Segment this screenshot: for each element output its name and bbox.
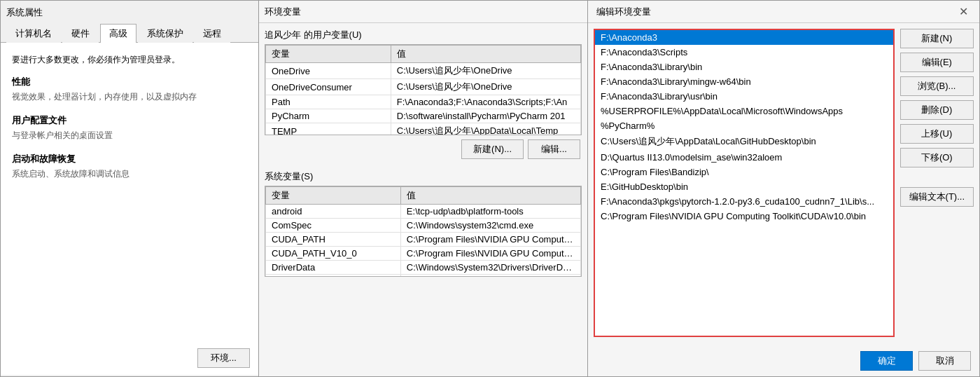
sys-props-footer: 环境... bbox=[197, 348, 250, 368]
tab-advanced[interactable]: 高级 bbox=[100, 24, 136, 43]
side-btn-2[interactable]: 浏览(B)... bbox=[900, 76, 974, 96]
user-col-var: 变量 bbox=[266, 46, 391, 63]
tabs-bar: 计算机名 硬件 高级 系统保护 远程 bbox=[1, 23, 258, 43]
table-row[interactable]: OneDriveC:\Users\追风少年\OneDrive bbox=[266, 63, 581, 79]
side-btn-5[interactable]: 下移(O) bbox=[900, 148, 974, 167]
edit-footer: 确定取消 bbox=[860, 351, 971, 371]
table-row[interactable]: ComSpecC:\Windows\system32\cmd.exe bbox=[266, 219, 581, 233]
list-item[interactable]: F:\Anaconda3\pkgs\pytorch-1.2.0-py3.6_cu… bbox=[595, 194, 893, 209]
table-row[interactable]: NUMBER_OF_PROCESSORS8 bbox=[266, 275, 581, 277]
section-performance-desc: 视觉效果，处理器计划，内存使用，以及虚拟内存 bbox=[12, 91, 247, 103]
var-name: DriverData bbox=[266, 261, 401, 275]
side-btn-0[interactable]: 新建(N) bbox=[900, 29, 974, 48]
edit-body: F:\Anaconda3F:\Anaconda3\ScriptsF:\Anaco… bbox=[588, 23, 979, 343]
var-value: E:\tcp-udp\adb\platform-tools bbox=[400, 205, 580, 219]
var-value: C:\Windows\system32\cmd.exe bbox=[400, 219, 580, 233]
env-titlebar: 环境变量 bbox=[259, 1, 587, 23]
tab-computer-name[interactable]: 计算机名 bbox=[6, 24, 61, 43]
tab-hardware[interactable]: 硬件 bbox=[62, 24, 99, 43]
list-item[interactable]: %USERPROFILE%\AppData\Local\Microsoft\Wi… bbox=[595, 104, 893, 118]
tab-remote[interactable]: 远程 bbox=[194, 24, 230, 43]
tab-system-protection[interactable]: 系统保护 bbox=[138, 24, 192, 43]
sys-col-var: 变量 bbox=[266, 187, 401, 205]
section-user-profile: 用户配置文件 与登录帐户相关的桌面设置 bbox=[12, 114, 247, 142]
side-btn-6[interactable]: 编辑文本(T)... bbox=[900, 187, 974, 207]
list-item[interactable]: %PyCharm% bbox=[595, 118, 893, 133]
close-button[interactable]: ✕ bbox=[956, 5, 971, 18]
sys-props-title: 系统属性 bbox=[6, 6, 43, 19]
list-item[interactable]: F:\Anaconda3\Library\mingw-w64\bin bbox=[595, 74, 893, 89]
sys-vars-label: 系统变量(S) bbox=[265, 170, 582, 183]
var-value: C:\Windows\System32\Drivers\DriverData bbox=[400, 261, 580, 275]
var-name: Path bbox=[266, 95, 391, 109]
list-item[interactable]: F:\Anaconda3 bbox=[595, 30, 893, 45]
var-name: PyCharm bbox=[266, 109, 391, 123]
var-name: CUDA_PATH bbox=[266, 233, 401, 247]
user-vars-table-wrap: 变量 值 OneDriveC:\Users\追风少年\OneDriveOneDr… bbox=[265, 44, 582, 135]
side-btn-3[interactable]: 删除(D) bbox=[900, 100, 974, 120]
var-value: C:\Users\追风少年\AppData\Local\Temp bbox=[391, 123, 580, 136]
list-item[interactable]: C:\Users\追风少年\AppData\Local\GitHubDeskto… bbox=[595, 133, 893, 150]
table-row[interactable]: CUDA_PATHC:\Program Files\NVIDIA GPU Com… bbox=[266, 233, 581, 247]
list-item[interactable]: C:\Program Files\NVIDIA GPU Computing To… bbox=[595, 209, 893, 224]
user-col-val: 值 bbox=[391, 46, 580, 63]
list-item[interactable]: F:\Anaconda3\Library\usr\bin bbox=[595, 89, 893, 104]
table-row[interactable]: TEMPC:\Users\追风少年\AppData\Local\Temp bbox=[266, 123, 581, 136]
sys-content: 要进行大多数更改，你必须作为管理员登录。 性能 视觉效果，处理器计划，内存使用，… bbox=[1, 43, 258, 375]
section-startup-title: 启动和故障恢复 bbox=[12, 153, 247, 165]
user-edit-btn[interactable]: 编辑... bbox=[528, 139, 580, 159]
var-value: C:\Users\追风少年\OneDrive bbox=[391, 63, 580, 79]
table-row[interactable]: PyCharmD:\software\install\Pycharm\PyCha… bbox=[266, 109, 581, 123]
section-performance-title: 性能 bbox=[12, 76, 247, 88]
section-startup: 启动和故障恢复 系统启动、系统故障和调试信息 bbox=[12, 153, 247, 180]
side-buttons: 新建(N)编辑(E)浏览(B)...删除(D)上移(U)下移(O)编辑文本(T)… bbox=[900, 29, 974, 337]
env-title: 环境变量 bbox=[265, 6, 301, 18]
ok-button[interactable]: 确定 bbox=[860, 351, 913, 371]
edit-titlebar: 编辑环境变量 ✕ bbox=[588, 1, 979, 23]
side-btn-1[interactable]: 编辑(E) bbox=[900, 53, 974, 72]
var-name: NUMBER_OF_PROCESSORS bbox=[266, 275, 401, 277]
var-value: 8 bbox=[400, 275, 580, 277]
table-row[interactable]: OneDriveConsumerC:\Users\追风少年\OneDrive bbox=[266, 79, 581, 95]
cancel-button[interactable]: 取消 bbox=[918, 351, 971, 371]
var-name: OneDriveConsumer bbox=[266, 79, 391, 95]
table-row[interactable]: DriverDataC:\Windows\System32\Drivers\Dr… bbox=[266, 261, 581, 275]
path-list[interactable]: F:\Anaconda3F:\Anaconda3\ScriptsF:\Anaco… bbox=[594, 29, 895, 337]
list-item[interactable]: C:\Program Files\Bandizip\ bbox=[595, 165, 893, 179]
env-button[interactable]: 环境... bbox=[197, 348, 250, 368]
table-row[interactable]: PathF:\Anaconda3;F:\Anaconda3\Scripts;F:… bbox=[266, 95, 581, 109]
user-vars-table: 变量 值 OneDriveC:\Users\追风少年\OneDriveOneDr… bbox=[265, 45, 581, 135]
env-vars-window: 环境变量 追风少年 的用户变量(U) 变量 值 OneDriveC:\Users… bbox=[259, 0, 588, 377]
system-properties-window: 系统属性 计算机名 硬件 高级 系统保护 远程 要进行大多数更改，你必须作为管理… bbox=[0, 0, 259, 377]
section-user-profile-title: 用户配置文件 bbox=[12, 114, 247, 127]
var-value: F:\Anaconda3;F:\Anaconda3\Scripts;F:\An bbox=[391, 95, 580, 109]
sys-props-titlebar: 系统属性 bbox=[1, 1, 258, 20]
var-value: C:\Program Files\NVIDIA GPU Computing bbox=[400, 247, 580, 261]
section-user-profile-desc: 与登录帐户相关的桌面设置 bbox=[12, 130, 247, 142]
var-name: ComSpec bbox=[266, 219, 401, 233]
sys-vars-section: 系统变量(S) 变量 值 androidE:\tcp-udp\adb\platf… bbox=[259, 165, 587, 282]
list-item[interactable]: F:\Anaconda3\Scripts bbox=[595, 45, 893, 60]
edit-env-window: 编辑环境变量 ✕ F:\Anaconda3F:\Anaconda3\Script… bbox=[588, 0, 980, 377]
side-btn-4[interactable]: 上移(U) bbox=[900, 124, 974, 144]
var-value: D:\software\install\Pycharm\PyCharm 201 bbox=[391, 109, 580, 123]
table-row[interactable]: CUDA_PATH_V10_0C:\Program Files\NVIDIA G… bbox=[266, 247, 581, 261]
sys-col-val: 值 bbox=[400, 187, 580, 205]
user-vars-label: 追风少年 的用户变量(U) bbox=[265, 29, 582, 41]
user-new-btn[interactable]: 新建(N)... bbox=[461, 139, 524, 159]
list-item[interactable]: F:\Anaconda3\Library\bin bbox=[595, 60, 893, 74]
user-vars-btns: 新建(N)... 编辑... bbox=[265, 139, 582, 159]
var-value: C:\Users\追风少年\OneDrive bbox=[391, 79, 580, 95]
table-row[interactable]: androidE:\tcp-udp\adb\platform-tools bbox=[266, 205, 581, 219]
user-vars-section: 追风少年 的用户变量(U) 变量 值 OneDriveC:\Users\追风少年… bbox=[259, 23, 587, 165]
var-name: CUDA_PATH_V10_0 bbox=[266, 247, 401, 261]
list-item[interactable]: D:\Quartus II13.0\modelsim_ase\win32aloe… bbox=[595, 150, 893, 165]
var-name: OneDrive bbox=[266, 63, 391, 79]
var-value: C:\Program Files\NVIDIA GPU Computing bbox=[400, 233, 580, 247]
list-item[interactable]: E:\GitHubDesktop\bin bbox=[595, 179, 893, 194]
section-startup-desc: 系统启动、系统故障和调试信息 bbox=[12, 168, 247, 180]
edit-title: 编辑环境变量 bbox=[596, 6, 651, 18]
sys-vars-table-wrap: 变量 值 androidE:\tcp-udp\adb\platform-tool… bbox=[265, 186, 582, 277]
var-name: TEMP bbox=[266, 123, 391, 136]
section-performance: 性能 视觉效果，处理器计划，内存使用，以及虚拟内存 bbox=[12, 76, 247, 103]
